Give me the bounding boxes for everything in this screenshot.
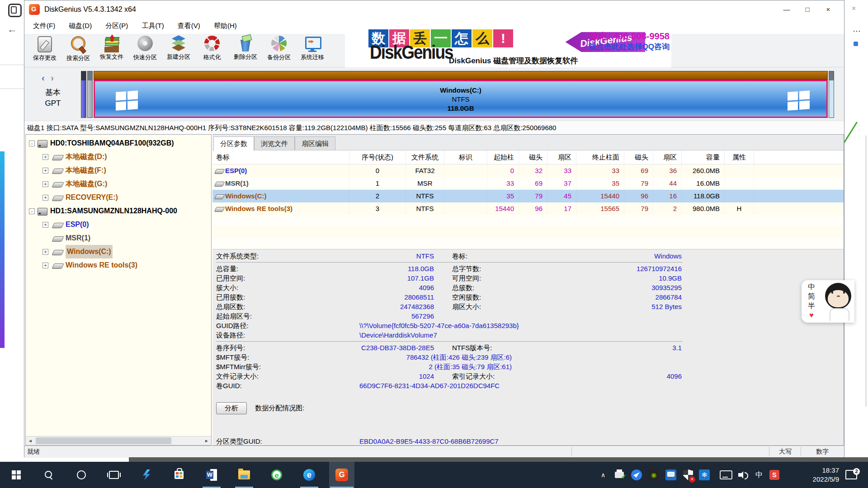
tree-item-local-f[interactable]: + 本地磁盘(F:): [26, 164, 211, 177]
background-close-icon[interactable]: ×: [852, 5, 856, 13]
tray-ime[interactable]: 中: [752, 462, 766, 488]
menu-partition[interactable]: 分区(P): [99, 19, 134, 33]
col-start-cyl[interactable]: 起始柱面: [487, 150, 519, 164]
tray-printer[interactable]: ✔: [611, 462, 627, 488]
save-changes-button[interactable]: 保存更改: [28, 35, 61, 66]
expander-icon[interactable]: +: [42, 249, 48, 255]
col-tag[interactable]: 标识: [444, 150, 487, 164]
msr-partition-bar[interactable]: [87, 71, 93, 118]
tree-horizontal-scrollbar[interactable]: ◄ ►: [26, 436, 211, 445]
taskbar-app-explorer[interactable]: [231, 462, 257, 488]
col-start-head[interactable]: 磁头: [519, 150, 547, 164]
scrollbar-thumb[interactable]: [36, 437, 171, 444]
tray-defender[interactable]: ×: [680, 462, 696, 488]
close-button[interactable]: ×: [818, 0, 839, 19]
ime-assistant-card[interactable]: 中 简 半 ♥: [802, 280, 854, 323]
menu-disk[interactable]: 磁盘(D): [63, 19, 98, 33]
ad-banner[interactable]: 数据丢一怎么! DiskGenius DiskGenius 致电: 400-00…: [345, 29, 671, 67]
tree-item-local-d[interactable]: + 本地磁盘(D:): [26, 150, 211, 164]
maximize-button[interactable]: □: [797, 0, 818, 19]
tree-item-hd1[interactable]: - HD1:SAMSUNGMZNLN128HAHQ-000: [26, 204, 211, 218]
tree-item-recovery-e[interactable]: + RECOVERY(E:): [26, 191, 211, 204]
analyze-button[interactable]: 分析: [216, 402, 247, 414]
minimize-button[interactable]: —: [776, 0, 797, 19]
menu-file[interactable]: 文件(F): [27, 19, 61, 33]
ime-mode-simplified[interactable]: 简: [807, 291, 816, 301]
tab-partition-params[interactable]: 分区参数: [213, 136, 254, 151]
menu-help[interactable]: 帮助(H): [208, 19, 243, 33]
taskbar-app-edge[interactable]: e: [297, 462, 322, 488]
col-index-status[interactable]: 序号(状态): [349, 150, 406, 164]
ime-mode-half[interactable]: 半: [807, 301, 816, 310]
delete-partition-button[interactable]: 删除分区: [229, 35, 262, 66]
more-menu-icon[interactable]: ⋯: [853, 26, 861, 36]
background-scrollbar[interactable]: [865, 136, 867, 407]
expander-icon[interactable]: +: [42, 168, 48, 174]
search-partition-button[interactable]: 搜索分区: [61, 35, 95, 66]
tray-intel-graphics[interactable]: [663, 462, 679, 488]
taskbar-app-diskgenius[interactable]: G: [329, 462, 354, 488]
table-row-windows-c[interactable]: Windows(C:) 2 NTFS 35 79 45 15440 96 16 …: [212, 190, 844, 202]
col-end-sector[interactable]: 扇区: [653, 150, 682, 164]
esp-partition-bar[interactable]: [81, 71, 86, 118]
taskbar-app-ie[interactable]: e: [264, 462, 289, 488]
table-row-msr[interactable]: MSR(1) 1 MSR 33 69 37 35 79 44 16.0MB: [212, 177, 844, 190]
expander-icon[interactable]: +: [42, 154, 48, 160]
menu-tools[interactable]: 工具(T): [136, 19, 170, 33]
expander-icon[interactable]: +: [42, 181, 48, 187]
task-view-button[interactable]: [101, 462, 127, 488]
tree-item-hd0[interactable]: - HD0:TOSHIBAMQ04ABF100(932GB): [26, 136, 211, 150]
prev-disk-icon[interactable]: ‹: [42, 73, 45, 83]
expander-icon[interactable]: -: [29, 141, 35, 146]
tray-nvidia[interactable]: ◉: [646, 462, 662, 488]
tray-touch-keyboard[interactable]: [718, 462, 734, 488]
system-migration-button[interactable]: 系统迁移: [296, 35, 329, 66]
table-row-esp[interactable]: ESP(0) 0 FAT32 0 32 33 33 69 36 260.0MB: [212, 164, 844, 177]
start-button[interactable]: [4, 462, 29, 488]
tree-item-local-g[interactable]: + 本地磁盘(G:): [26, 177, 211, 191]
col-end-cyl[interactable]: 终止柱面: [576, 150, 624, 164]
cortana-button[interactable]: [69, 462, 94, 488]
format-button[interactable]: 格式化: [195, 35, 229, 66]
ime-mode-cn[interactable]: 中: [807, 282, 816, 291]
windows-c-partition-bar[interactable]: Windows(C:) NTFS 118.0GB: [94, 71, 828, 118]
tray-snowflake-app[interactable]: ❄: [696, 462, 712, 488]
col-volume[interactable]: 卷标: [212, 150, 349, 164]
col-attr[interactable]: 属性: [725, 150, 754, 164]
taskbar-app-flash[interactable]: [134, 462, 159, 488]
tray-expand-button[interactable]: ∧: [595, 462, 611, 488]
tab-browse-files[interactable]: 浏览文件: [254, 136, 295, 150]
expander-icon[interactable]: -: [29, 208, 35, 214]
col-end-head[interactable]: 磁头: [624, 150, 653, 164]
back-arrow-icon[interactable]: ←: [7, 23, 17, 35]
quick-partition-button[interactable]: 快速分区: [128, 35, 162, 66]
menu-view[interactable]: 查看(V): [172, 19, 206, 33]
tray-volume[interactable]: [735, 462, 751, 488]
tree-item-esp[interactable]: + ESP(0): [26, 218, 211, 231]
re-tools-partition-bar[interactable]: [829, 71, 834, 118]
taskbar-app-word[interactable]: W: [199, 462, 224, 488]
new-partition-button[interactable]: 新建分区: [162, 35, 195, 66]
taskbar-clock[interactable]: 18:37 2022/5/9: [796, 466, 839, 484]
expander-icon[interactable]: +: [42, 222, 48, 228]
tray-feishu[interactable]: [628, 462, 645, 488]
recover-files-button[interactable]: 恢复文件: [95, 35, 128, 66]
taskbar-app-store[interactable]: [166, 462, 192, 488]
expander-icon[interactable]: +: [42, 195, 48, 201]
scroll-right-icon[interactable]: ►: [202, 436, 211, 445]
next-disk-icon[interactable]: ›: [51, 73, 54, 83]
col-filesystem[interactable]: 文件系统: [406, 150, 444, 164]
heart-icon[interactable]: ♥: [807, 310, 816, 320]
tree-item-msr[interactable]: MSR(1): [26, 231, 211, 245]
tree-item-windows-c[interactable]: + Windows(C:): [26, 245, 211, 258]
ad-qq-link[interactable]: 或点击此处选择QQ咨询: [589, 42, 670, 52]
table-row-windows-re[interactable]: Windows RE tools(3) 3 NTFS 15440 96 17 1…: [212, 202, 844, 215]
action-center-button[interactable]: 2: [844, 468, 860, 482]
tree-item-windows-re[interactable]: + Windows RE tools(3): [26, 258, 211, 272]
tab-sector-edit[interactable]: 扇区编辑: [295, 136, 335, 150]
col-start-sector[interactable]: 扇区: [547, 150, 576, 164]
col-capacity[interactable]: 容量: [682, 150, 725, 164]
expander-icon[interactable]: +: [42, 263, 48, 268]
backup-partition-button[interactable]: 备份分区: [262, 35, 296, 66]
tray-sogou[interactable]: S: [768, 462, 781, 488]
